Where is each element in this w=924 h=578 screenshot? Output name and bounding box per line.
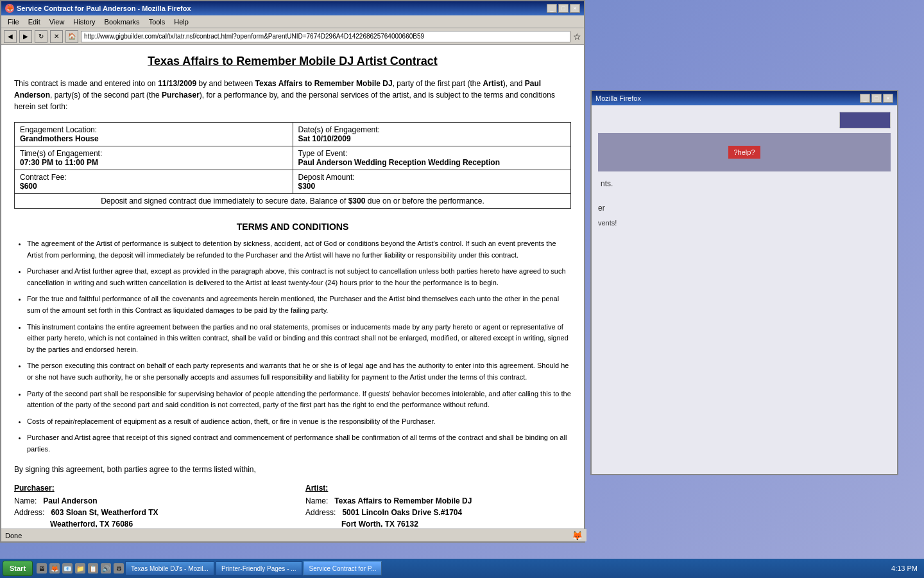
- reload-button[interactable]: ↻: [35, 30, 47, 43]
- signing-text: By signing this agreement, both parties …: [14, 465, 571, 474]
- purchaser-header: Purchaser:: [14, 484, 280, 493]
- stop-button[interactable]: ✕: [50, 30, 63, 43]
- fee-row: Contract Fee: $600 Deposit Amount: $300: [15, 170, 571, 194]
- artist-name-intro: Texas Affairs to Remember Mobile DJ: [255, 79, 393, 88]
- dates-label: Date(s) of Engagement:: [298, 125, 566, 134]
- taskbar-item-3[interactable]: Service Contract for P...: [304, 561, 382, 575]
- contract-content: Texas Affairs to Remember Mobile DJ Arti…: [1, 45, 584, 527]
- taskbar-right: 4:13 PM: [891, 565, 921, 572]
- menu-file[interactable]: File: [4, 17, 23, 26]
- quicklaunch-icon-7[interactable]: ⚙: [114, 563, 124, 574]
- url-bar: ◀ ▶ ↻ ✕ 🏠 ☆: [1, 28, 584, 45]
- quicklaunch-icon-1[interactable]: 🖥: [37, 563, 47, 574]
- secondary-window-controls[interactable]: _ □ ×: [860, 94, 893, 103]
- main-browser-window: 🦊 Service Contract for Paul Anderson - M…: [0, 0, 585, 543]
- menu-view[interactable]: View: [46, 17, 69, 26]
- term-5: The person executing this contract on be…: [27, 360, 571, 383]
- menu-tools[interactable]: Tools: [145, 17, 169, 26]
- contract-date: 11/13/2009: [158, 79, 196, 88]
- location-label: Engagement Location:: [20, 125, 287, 134]
- secondary-minimize-button[interactable]: _: [860, 94, 870, 103]
- restore-button[interactable]: □: [558, 4, 569, 13]
- window-controls[interactable]: _ □ ×: [547, 4, 580, 13]
- title-bar: 🦊 Service Contract for Paul Anderson - M…: [1, 1, 584, 15]
- url-input[interactable]: [81, 31, 570, 42]
- start-label: Start: [10, 565, 26, 572]
- secondary-events: vents!: [598, 219, 891, 227]
- purchaser-name-value: Paul Anderson: [43, 496, 97, 505]
- firefox-status-icon: 🦊: [572, 530, 583, 541]
- menu-bookmarks[interactable]: Bookmarks: [101, 17, 144, 26]
- quicklaunch-icon-3[interactable]: 📧: [62, 563, 73, 574]
- purchaser-name-label: Name:: [14, 496, 37, 505]
- artist-header: Artist:: [305, 484, 571, 493]
- purchaser-address2-row: Weatherford, TX 76086: [14, 520, 280, 528]
- purchaser-name-row: Name: Paul Anderson: [14, 496, 280, 505]
- artist-name-row: Name: Texas Affairs to Remember Mobile D…: [305, 496, 571, 505]
- artist-address-row: Address: 5001 Lincoln Oaks Drive S.#1704: [305, 508, 571, 517]
- contract-fee-value: $600: [20, 182, 287, 191]
- bookmark-star[interactable]: ☆: [573, 31, 581, 42]
- deposit-note-row: Deposit and signed contract due immediat…: [15, 194, 571, 209]
- taskbar: Start 🖥 🦊 📧 📁 📋 🔊 ⚙ Texas Mobile DJ's - …: [0, 559, 924, 578]
- minimize-button[interactable]: _: [547, 4, 557, 13]
- term-1: The agreement of the Artist of performan…: [27, 238, 571, 261]
- deposit-amount-label: Deposit Amount:: [298, 173, 566, 182]
- times-label: Time(s) of Engagement:: [20, 149, 287, 158]
- purchaser-address1: 603 Sloan St, Weatherford TX: [51, 508, 158, 517]
- signature-section: Purchaser: Name: Paul Anderson Address: …: [14, 484, 571, 528]
- terms-title: TERMS AND CONDITIONS: [14, 222, 571, 232]
- artist-sig-col: Artist: Name: Texas Affairs to Remember …: [305, 484, 571, 528]
- deposit-note-end: due on or before the performance.: [368, 197, 484, 206]
- firefox-icon: 🦊: [5, 4, 14, 13]
- taskbar-item-3-label: Service Contract for P...: [309, 565, 377, 572]
- window-title: Service Contract for Paul Anderson - Moz…: [17, 4, 191, 12]
- secondary-logo: [839, 112, 891, 128]
- event-type-value: Paul Anderson Wedding Reception Wedding …: [298, 158, 566, 167]
- menu-help[interactable]: Help: [170, 17, 193, 26]
- artist-label: Artist: [483, 79, 502, 88]
- term-4: This instrument contains the entire agre…: [27, 322, 571, 356]
- clock: 4:13 PM: [891, 565, 918, 572]
- purchaser-address-row: Address: 603 Sloan St, Weatherford TX: [14, 508, 280, 517]
- deposit-note-text: Deposit and signed contract due immediat…: [101, 197, 348, 206]
- quicklaunch-icon-4[interactable]: 📁: [75, 563, 85, 574]
- quicklaunch-icon-2[interactable]: 🦊: [49, 563, 60, 574]
- start-button[interactable]: Start: [3, 561, 33, 576]
- taskbar-item-1[interactable]: Texas Mobile DJ's - Mozil...: [125, 561, 214, 575]
- artist-name-value: Texas Affairs to Remember Mobile DJ: [334, 496, 472, 505]
- help-button[interactable]: ?help?: [728, 146, 760, 159]
- deposit-balance: $300: [348, 197, 366, 206]
- secondary-links: er: [598, 204, 891, 213]
- menu-history[interactable]: History: [69, 17, 99, 26]
- artist-address2: Fort Worth, TX 76132: [341, 520, 418, 528]
- secondary-text: nts.: [598, 177, 891, 191]
- status-bar: Done 🦊: [1, 529, 586, 541]
- location-value: Grandmothers House: [20, 134, 287, 143]
- taskbar-item-2-label: Printer-Friendly Pages - ...: [221, 565, 296, 572]
- contract-intro: This contract is made and entered into o…: [14, 78, 571, 112]
- contract-title: Texas Affairs to Remember Mobile DJ Arti…: [14, 55, 571, 68]
- status-text: Done: [5, 532, 22, 539]
- taskbar-item-2[interactable]: Printer-Friendly Pages - ...: [216, 561, 302, 575]
- purchaser-label: Purchaser: [162, 91, 200, 100]
- purchaser-address2: Weatherford, TX 76086: [50, 520, 133, 528]
- menu-edit[interactable]: Edit: [24, 17, 44, 26]
- close-button[interactable]: ×: [570, 4, 580, 13]
- secondary-banner: ?help?: [598, 133, 891, 171]
- terms-list: The agreement of the Artist of performan…: [27, 238, 571, 455]
- artist-address-label: Address:: [305, 508, 336, 517]
- artist-address2-row: Fort Worth, TX 76132: [305, 520, 571, 528]
- secondary-maximize-button[interactable]: □: [871, 94, 882, 103]
- back-button[interactable]: ◀: [4, 30, 17, 43]
- quicklaunch-icon-5[interactable]: 📋: [88, 563, 98, 574]
- menu-bar: File Edit View History Bookmarks Tools H…: [1, 15, 584, 28]
- title-bar-left: 🦊 Service Contract for Paul Anderson - M…: [5, 4, 191, 13]
- home-button[interactable]: 🏠: [65, 30, 78, 43]
- times-value: 07:30 PM to 11:00 PM: [20, 158, 287, 167]
- secondary-close-button[interactable]: ×: [883, 94, 893, 103]
- quicklaunch-icon-6[interactable]: 🔊: [101, 563, 111, 574]
- artist-address1: 5001 Lincoln Oaks Drive S.#1704: [342, 508, 462, 517]
- secondary-browser-window: Mozilla Firefox _ □ × ?help? nts. er ven…: [590, 90, 898, 475]
- forward-button[interactable]: ▶: [19, 30, 32, 43]
